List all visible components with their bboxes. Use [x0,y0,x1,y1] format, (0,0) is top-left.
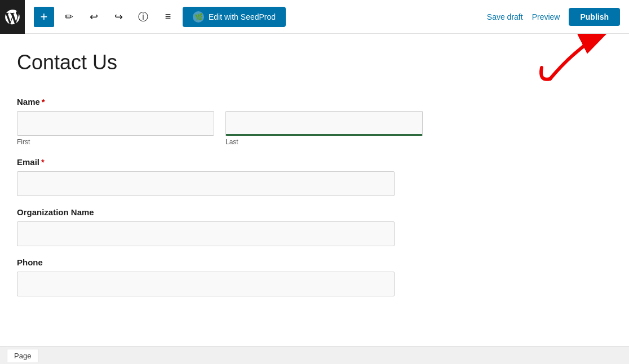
toolbar-right: Save draft Preview Publish [487,8,620,26]
main-content: Contact Us Name* First Last Email* [0,34,629,296]
org-label: Organization Name [17,207,423,217]
publish-button[interactable]: Publish [569,8,620,26]
first-name-input[interactable] [17,111,214,136]
last-name-sublabel: Last [225,138,423,146]
save-draft-button[interactable]: Save draft [487,12,523,21]
seedprod-button-label: Edit with SeedProd [209,12,276,21]
last-name-input[interactable] [225,111,423,136]
page-tab[interactable]: Page [7,349,38,362]
email-field-group: Email* [17,157,423,196]
seedprod-leaf-icon: 🌿 [193,11,204,23]
name-field-group: Name* First Last [17,97,423,146]
info-icon[interactable]: ⓘ [133,7,153,27]
name-row: First Last [17,111,423,146]
phone-field-group: Phone [17,258,423,296]
wp-logo-svg [4,8,21,25]
org-field-group: Organization Name [17,207,423,246]
redo-icon[interactable]: ↪ [108,7,129,27]
name-label: Name* [17,97,423,106]
phone-input[interactable] [17,272,395,296]
email-label: Email* [17,157,423,167]
first-name-field: First [17,111,214,146]
preview-button[interactable]: Preview [532,12,560,21]
bottom-bar: Page [0,346,629,364]
org-input[interactable] [17,221,395,246]
email-required-star: * [41,157,45,167]
phone-label: Phone [17,258,423,267]
seedprod-button[interactable]: 🌿 Edit with SeedProd [183,7,286,27]
first-name-sublabel: First [17,138,214,146]
menu-icon[interactable]: ≡ [158,7,178,27]
undo-icon[interactable]: ↩ [83,7,104,27]
page-title: Contact Us [17,51,612,74]
last-name-field: Last [225,111,423,146]
contact-form: Name* First Last Email* Organizati [17,97,423,296]
wp-logo [0,0,25,34]
email-input[interactable] [17,171,395,196]
add-block-button[interactable]: + [34,7,54,27]
toolbar: + ✏ ↩ ↪ ⓘ ≡ 🌿 Edit with SeedProd Save dr… [0,0,629,34]
pencil-icon[interactable]: ✏ [59,7,79,27]
name-required-star: * [42,97,45,106]
